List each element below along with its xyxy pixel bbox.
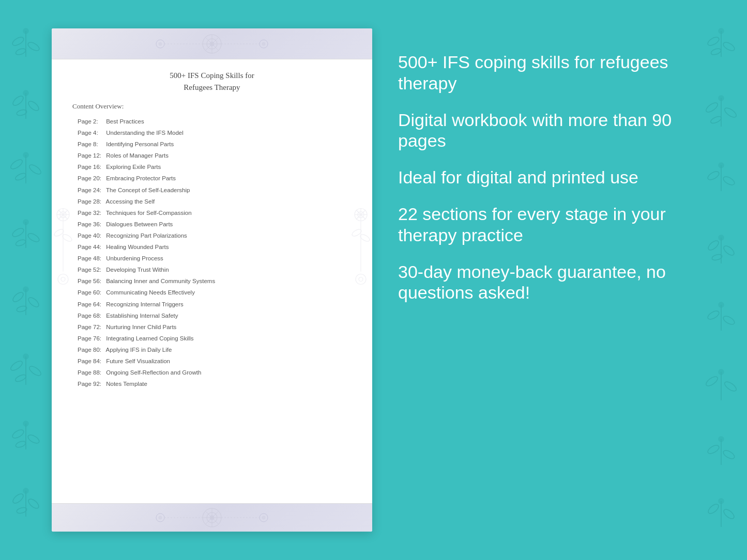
table-row: Page 24: The Concept of Self-Leadership	[72, 184, 352, 196]
svg-point-46	[705, 101, 719, 114]
doc-left-decoration	[53, 199, 73, 364]
topic-text: Dialogues Between Parts	[104, 221, 173, 227]
topic-text: Techniques for Self-Compassion	[104, 210, 192, 216]
table-row: Page 2: Best Practices	[72, 116, 352, 127]
svg-point-110	[356, 274, 366, 284]
svg-point-49	[719, 96, 724, 101]
topic-text: Embracing Protector Parts	[104, 175, 176, 181]
topic-text: Roles of Manager Parts	[104, 152, 169, 159]
svg-point-32	[27, 433, 41, 445]
topic-text: Future Self Visualization	[104, 358, 170, 364]
svg-point-7	[27, 100, 40, 113]
svg-point-62	[719, 302, 724, 307]
svg-point-33	[15, 440, 26, 448]
feature-4: 22 sections for every stage in your ther…	[398, 204, 690, 246]
svg-point-65	[723, 380, 738, 393]
page-number: Page 68:	[78, 312, 104, 320]
page-number: Page 48:	[78, 254, 104, 262]
svg-point-68	[707, 444, 721, 455]
svg-point-28	[14, 374, 27, 383]
page-number: Page 40:	[78, 231, 104, 240]
page-number: Page 92:	[78, 380, 104, 388]
topic-text: Best Practices	[104, 118, 144, 125]
topic-text: Integrating Learned Coping Skills	[104, 335, 194, 341]
document-title: 500+ IFS Coping Skills for Refugees Ther…	[72, 70, 352, 93]
svg-point-18	[15, 239, 26, 247]
svg-point-44	[719, 28, 724, 34]
svg-point-17	[27, 232, 41, 243]
topic-text: Applying IFS in Daily Life	[104, 347, 172, 353]
svg-point-60	[707, 309, 721, 321]
svg-point-31	[11, 428, 25, 440]
svg-point-1	[11, 36, 25, 47]
table-row: Page 32: Techniques for Self-Compassion	[72, 207, 352, 219]
page-number: Page 88:	[78, 368, 104, 377]
page-number: Page 16:	[78, 163, 104, 171]
page-number: Page 56:	[78, 277, 104, 285]
svg-point-64	[705, 375, 719, 388]
table-row: Page 56: Balancing Inner and Community S…	[72, 275, 352, 287]
svg-point-98	[58, 274, 68, 284]
svg-point-69	[722, 449, 736, 460]
document-card: 500+ IFS Coping Skills for Refugees Ther…	[52, 28, 372, 532]
svg-point-21	[11, 291, 25, 304]
table-row: Page 72: Nurturing Inner Child Parts	[72, 321, 352, 333]
content-overview-label: Content Overview:	[72, 102, 352, 111]
page-number: Page 2:	[78, 117, 104, 126]
page-number: Page 8:	[78, 140, 104, 148]
doc-right-decoration	[350, 199, 371, 364]
page-number: Page 72:	[78, 323, 104, 331]
svg-point-14	[23, 152, 28, 158]
page-number: Page 80:	[78, 346, 104, 354]
svg-point-2	[27, 41, 41, 52]
table-row: Page 64: Recognizing Internal Triggers	[72, 299, 352, 310]
page-number: Page 84:	[78, 357, 104, 365]
page-number: Page 28:	[78, 197, 104, 206]
svg-point-47	[723, 106, 738, 119]
svg-point-19	[23, 220, 28, 225]
table-row: Page 48: Unburdening Process	[72, 253, 352, 264]
svg-point-51	[707, 170, 721, 181]
table-row: Page 92: Notes Template	[72, 378, 352, 390]
topic-text: Establishing Internal Safety	[104, 313, 178, 319]
table-row: Page 76: Integrating Learned Coping Skil…	[72, 333, 352, 344]
svg-point-12	[28, 163, 42, 176]
topic-text: Notes Template	[104, 381, 147, 387]
table-row: Page 52: Developing Trust Within	[72, 264, 352, 275]
topic-text: Exploring Exile Parts	[104, 164, 161, 170]
svg-point-53	[719, 163, 724, 168]
feature-1: 500+ IFS coping skills for refugees ther…	[398, 52, 690, 94]
feature-2: Digital workbook with more than 90 pages	[398, 110, 690, 152]
doc-border-bottom	[52, 503, 372, 532]
svg-point-4	[23, 28, 28, 34]
page-number: Page 24:	[78, 186, 104, 194]
table-row: Page 84: Future Self Visualization	[72, 355, 352, 367]
svg-point-29	[23, 354, 28, 359]
doc-title-line2: Refugees Therapy	[184, 83, 240, 91]
table-row: Page 8: Identifying Personal Parts	[72, 138, 352, 150]
svg-point-66	[719, 369, 724, 375]
svg-point-39	[23, 488, 28, 493]
features-panel: 500+ IFS coping skills for refugees ther…	[398, 52, 690, 303]
topic-text: Developing Trust Within	[104, 267, 169, 273]
table-of-contents: Page 2: Best PracticesPage 4: Understand…	[72, 116, 352, 390]
topic-text: Recognizing Internal Triggers	[104, 301, 184, 307]
svg-point-16	[11, 227, 25, 238]
page-number: Page 36:	[78, 220, 104, 228]
table-row: Page 40: Recognizing Part Polarizations	[72, 230, 352, 241]
svg-point-27	[28, 365, 42, 378]
page-number: Page 52:	[78, 266, 104, 274]
svg-point-36	[11, 492, 25, 505]
doc-border-top	[52, 28, 372, 59]
page-number: Page 32:	[78, 209, 104, 217]
svg-point-42	[722, 41, 736, 52]
svg-point-26	[9, 360, 24, 372]
svg-point-24	[23, 287, 28, 292]
doc-title-line1: 500+ IFS Coping Skills for	[170, 71, 254, 80]
svg-point-13	[14, 172, 27, 181]
page-number: Page 12:	[78, 151, 104, 160]
svg-point-111	[359, 277, 363, 281]
topic-text: The Concept of Self-Leadership	[104, 187, 190, 193]
svg-point-43	[710, 48, 722, 56]
svg-point-41	[707, 36, 721, 47]
